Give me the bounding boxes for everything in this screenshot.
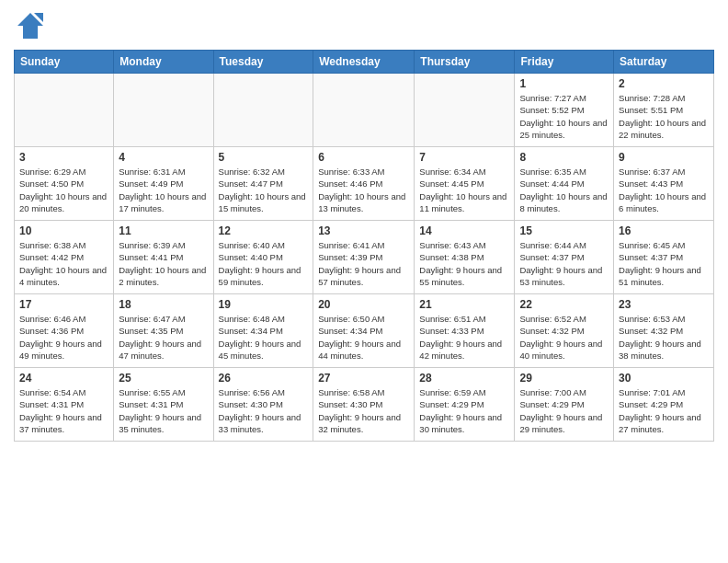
- calendar-cell: [114, 74, 213, 147]
- page-container: SundayMondayTuesdayWednesdayThursdayFrid…: [0, 0, 728, 451]
- page-header: [14, 9, 714, 42]
- day-number: 19: [219, 298, 309, 311]
- day-number: 9: [619, 151, 709, 164]
- calendar-cell: 13Sunrise: 6:41 AM Sunset: 4:39 PM Dayli…: [313, 221, 415, 294]
- day-number: 6: [318, 151, 409, 164]
- day-info: Sunrise: 6:34 AM Sunset: 4:45 PM Dayligh…: [419, 166, 509, 214]
- day-info: Sunrise: 6:45 AM Sunset: 4:37 PM Dayligh…: [619, 239, 709, 288]
- day-number: 18: [119, 298, 208, 311]
- weekday-header: Wednesday: [313, 51, 415, 74]
- calendar-cell: 28Sunrise: 6:59 AM Sunset: 4:29 PM Dayli…: [415, 368, 515, 442]
- calendar-cell: 15Sunrise: 6:44 AM Sunset: 4:37 PM Dayli…: [515, 221, 614, 294]
- day-number: 2: [619, 77, 709, 90]
- calendar-cell: 29Sunrise: 7:00 AM Sunset: 4:29 PM Dayli…: [515, 368, 614, 442]
- calendar-cell: 7Sunrise: 6:34 AM Sunset: 4:45 PM Daylig…: [415, 147, 515, 221]
- day-info: Sunrise: 7:28 AM Sunset: 5:51 PM Dayligh…: [619, 92, 709, 141]
- calendar-header-row: SundayMondayTuesdayWednesdayThursdayFrid…: [15, 51, 714, 74]
- calendar-week-row: 1Sunrise: 7:27 AM Sunset: 5:52 PM Daylig…: [15, 74, 714, 147]
- logo-icon: [14, 9, 47, 42]
- calendar-cell: 18Sunrise: 6:47 AM Sunset: 4:35 PM Dayli…: [114, 294, 213, 368]
- day-number: 13: [318, 224, 409, 237]
- day-number: 23: [619, 298, 709, 311]
- calendar-cell: 5Sunrise: 6:32 AM Sunset: 4:47 PM Daylig…: [213, 147, 313, 221]
- calendar-cell: 23Sunrise: 6:53 AM Sunset: 4:32 PM Dayli…: [614, 294, 714, 368]
- day-number: 4: [119, 151, 208, 164]
- day-info: Sunrise: 6:37 AM Sunset: 4:43 PM Dayligh…: [619, 166, 709, 214]
- day-number: 14: [419, 224, 509, 237]
- day-info: Sunrise: 6:38 AM Sunset: 4:42 PM Dayligh…: [19, 239, 108, 288]
- day-number: 21: [419, 298, 509, 311]
- day-info: Sunrise: 6:58 AM Sunset: 4:30 PM Dayligh…: [318, 386, 409, 435]
- calendar-cell: 12Sunrise: 6:40 AM Sunset: 4:40 PM Dayli…: [213, 221, 313, 294]
- day-info: Sunrise: 6:53 AM Sunset: 4:32 PM Dayligh…: [619, 313, 709, 362]
- day-info: Sunrise: 6:33 AM Sunset: 4:46 PM Dayligh…: [318, 166, 409, 214]
- day-info: Sunrise: 6:50 AM Sunset: 4:34 PM Dayligh…: [318, 313, 409, 362]
- calendar-week-row: 24Sunrise: 6:54 AM Sunset: 4:31 PM Dayli…: [15, 368, 714, 442]
- calendar-cell: [213, 74, 313, 147]
- day-info: Sunrise: 6:39 AM Sunset: 4:41 PM Dayligh…: [119, 239, 208, 288]
- day-info: Sunrise: 6:43 AM Sunset: 4:38 PM Dayligh…: [419, 239, 509, 288]
- day-info: Sunrise: 6:40 AM Sunset: 4:40 PM Dayligh…: [219, 239, 309, 288]
- day-number: 8: [519, 151, 609, 164]
- day-info: Sunrise: 7:00 AM Sunset: 4:29 PM Dayligh…: [519, 386, 609, 435]
- day-info: Sunrise: 6:41 AM Sunset: 4:39 PM Dayligh…: [318, 239, 409, 288]
- day-info: Sunrise: 6:56 AM Sunset: 4:30 PM Dayligh…: [219, 386, 309, 435]
- day-number: 17: [19, 298, 108, 311]
- day-info: Sunrise: 6:31 AM Sunset: 4:49 PM Dayligh…: [119, 166, 208, 214]
- calendar-cell: 21Sunrise: 6:51 AM Sunset: 4:33 PM Dayli…: [415, 294, 515, 368]
- calendar-cell: 9Sunrise: 6:37 AM Sunset: 4:43 PM Daylig…: [614, 147, 714, 221]
- calendar-cell: [313, 74, 415, 147]
- day-number: 3: [19, 151, 108, 164]
- day-number: 29: [519, 372, 609, 385]
- day-number: 7: [419, 151, 509, 164]
- calendar-cell: 26Sunrise: 6:56 AM Sunset: 4:30 PM Dayli…: [213, 368, 313, 442]
- calendar-cell: 3Sunrise: 6:29 AM Sunset: 4:50 PM Daylig…: [15, 147, 114, 221]
- day-number: 16: [619, 224, 709, 237]
- day-info: Sunrise: 6:54 AM Sunset: 4:31 PM Dayligh…: [19, 386, 108, 435]
- calendar-cell: 11Sunrise: 6:39 AM Sunset: 4:41 PM Dayli…: [114, 221, 213, 294]
- calendar-table: SundayMondayTuesdayWednesdayThursdayFrid…: [14, 50, 714, 442]
- day-number: 11: [119, 224, 208, 237]
- calendar-cell: 16Sunrise: 6:45 AM Sunset: 4:37 PM Dayli…: [614, 221, 714, 294]
- calendar-cell: 6Sunrise: 6:33 AM Sunset: 4:46 PM Daylig…: [313, 147, 415, 221]
- calendar-cell: 8Sunrise: 6:35 AM Sunset: 4:44 PM Daylig…: [515, 147, 614, 221]
- calendar-week-row: 10Sunrise: 6:38 AM Sunset: 4:42 PM Dayli…: [15, 221, 714, 294]
- calendar-cell: [15, 74, 114, 147]
- calendar-cell: 4Sunrise: 6:31 AM Sunset: 4:49 PM Daylig…: [114, 147, 213, 221]
- day-number: 25: [119, 372, 208, 385]
- day-number: 12: [219, 224, 309, 237]
- day-info: Sunrise: 6:32 AM Sunset: 4:47 PM Dayligh…: [219, 166, 309, 214]
- calendar-cell: 10Sunrise: 6:38 AM Sunset: 4:42 PM Dayli…: [15, 221, 114, 294]
- day-info: Sunrise: 7:27 AM Sunset: 5:52 PM Dayligh…: [519, 92, 609, 141]
- day-number: 27: [318, 372, 409, 385]
- calendar-cell: 20Sunrise: 6:50 AM Sunset: 4:34 PM Dayli…: [313, 294, 415, 368]
- calendar-cell: 19Sunrise: 6:48 AM Sunset: 4:34 PM Dayli…: [213, 294, 313, 368]
- day-info: Sunrise: 6:51 AM Sunset: 4:33 PM Dayligh…: [419, 313, 509, 362]
- day-info: Sunrise: 6:48 AM Sunset: 4:34 PM Dayligh…: [219, 313, 309, 362]
- calendar-cell: 24Sunrise: 6:54 AM Sunset: 4:31 PM Dayli…: [15, 368, 114, 442]
- calendar-week-row: 3Sunrise: 6:29 AM Sunset: 4:50 PM Daylig…: [15, 147, 714, 221]
- calendar-cell: 30Sunrise: 7:01 AM Sunset: 4:29 PM Dayli…: [614, 368, 714, 442]
- weekday-header: Friday: [515, 51, 614, 74]
- day-info: Sunrise: 6:35 AM Sunset: 4:44 PM Dayligh…: [519, 166, 609, 214]
- weekday-header: Monday: [114, 51, 213, 74]
- day-number: 24: [19, 372, 108, 385]
- day-info: Sunrise: 6:44 AM Sunset: 4:37 PM Dayligh…: [519, 239, 609, 288]
- day-number: 1: [519, 77, 609, 90]
- calendar-cell: 22Sunrise: 6:52 AM Sunset: 4:32 PM Dayli…: [515, 294, 614, 368]
- calendar-cell: 17Sunrise: 6:46 AM Sunset: 4:36 PM Dayli…: [15, 294, 114, 368]
- day-number: 10: [19, 224, 108, 237]
- calendar-week-row: 17Sunrise: 6:46 AM Sunset: 4:36 PM Dayli…: [15, 294, 714, 368]
- day-number: 30: [619, 372, 709, 385]
- day-info: Sunrise: 6:29 AM Sunset: 4:50 PM Dayligh…: [19, 166, 108, 214]
- day-info: Sunrise: 6:52 AM Sunset: 4:32 PM Dayligh…: [519, 313, 609, 362]
- calendar-cell: 2Sunrise: 7:28 AM Sunset: 5:51 PM Daylig…: [614, 74, 714, 147]
- weekday-header: Tuesday: [213, 51, 313, 74]
- calendar-cell: 27Sunrise: 6:58 AM Sunset: 4:30 PM Dayli…: [313, 368, 415, 442]
- calendar-cell: 25Sunrise: 6:55 AM Sunset: 4:31 PM Dayli…: [114, 368, 213, 442]
- weekday-header: Sunday: [15, 51, 114, 74]
- weekday-header: Thursday: [415, 51, 515, 74]
- calendar-cell: [415, 74, 515, 147]
- day-info: Sunrise: 6:46 AM Sunset: 4:36 PM Dayligh…: [19, 313, 108, 362]
- day-number: 15: [519, 224, 609, 237]
